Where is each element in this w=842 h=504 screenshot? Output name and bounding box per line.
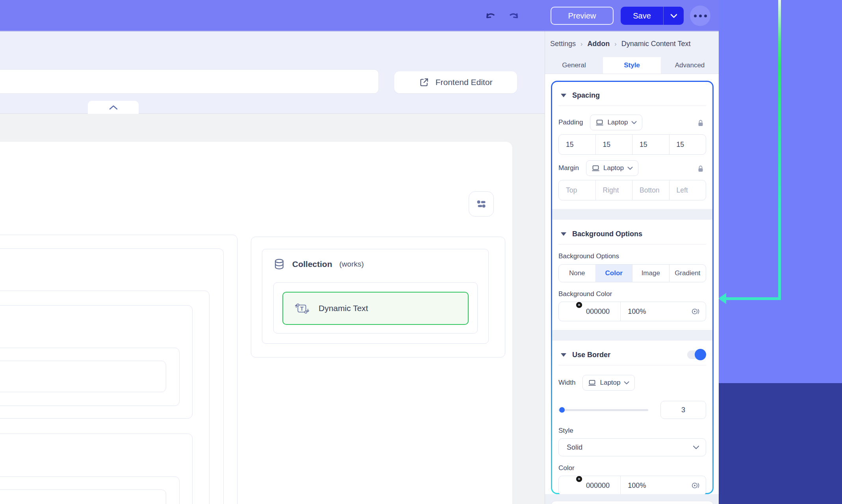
redo-icon[interactable] bbox=[507, 10, 520, 21]
collection-title: Collection bbox=[292, 259, 332, 269]
svg-text:T: T bbox=[300, 306, 304, 312]
breadcrumb-separator-icon: › bbox=[614, 41, 616, 48]
section-divider-strip bbox=[552, 330, 712, 341]
global-color-icon[interactable] bbox=[691, 481, 700, 490]
caret-down-icon bbox=[561, 353, 566, 357]
canvas-toolbar-strip: Frontend Editor bbox=[0, 31, 545, 114]
section-divider-strip bbox=[552, 209, 712, 220]
divider bbox=[558, 244, 706, 245]
divider bbox=[558, 106, 706, 106]
border-style-select[interactable]: Solid bbox=[558, 438, 706, 456]
border-style-value: Solid bbox=[567, 443, 582, 452]
database-icon bbox=[273, 258, 285, 271]
breadcrumb: Settings › Addon › Dynamic Content Text bbox=[545, 31, 719, 57]
lock-icon[interactable] bbox=[697, 119, 705, 128]
sidebar-bottom-strip bbox=[545, 494, 719, 504]
color-opacity-value: 100% bbox=[628, 482, 687, 490]
border-section-header[interactable]: Use Border bbox=[558, 347, 706, 360]
margin-right-input[interactable] bbox=[596, 180, 632, 200]
save-button-group: Save bbox=[621, 7, 684, 25]
padding-left-input[interactable] bbox=[670, 135, 706, 154]
canvas-title-input[interactable] bbox=[0, 69, 379, 94]
background-type-segmented: None Color Image Gradient bbox=[558, 264, 706, 282]
border-color-label: Color bbox=[558, 464, 706, 472]
laptop-icon bbox=[588, 379, 596, 386]
padding-inputs bbox=[558, 134, 706, 155]
global-color-icon[interactable] bbox=[691, 307, 700, 316]
widget-slot: T Dynamic Text bbox=[273, 282, 478, 334]
caret-down-icon bbox=[561, 94, 566, 97]
spacing-section-header[interactable]: Spacing bbox=[558, 87, 706, 101]
background-section-header[interactable]: Background Options bbox=[558, 226, 706, 239]
tab-style[interactable]: Style bbox=[603, 57, 661, 74]
editor-topbar: Preview Save bbox=[0, 0, 719, 31]
margin-label: Margin bbox=[558, 164, 579, 172]
dynamic-text-widget[interactable]: T Dynamic Text bbox=[282, 292, 469, 325]
clear-color-icon[interactable]: ✕ bbox=[576, 476, 582, 482]
margin-top-input[interactable] bbox=[559, 180, 595, 200]
padding-device-value: Laptop bbox=[607, 119, 628, 126]
slider-knob[interactable] bbox=[559, 407, 565, 413]
divider bbox=[558, 365, 706, 365]
collection-widget[interactable]: Collection (works) T bbox=[262, 249, 489, 344]
preview-button[interactable]: Preview bbox=[551, 7, 614, 25]
more-options-ellipsis-icon[interactable] bbox=[690, 6, 710, 26]
padding-top-input[interactable] bbox=[559, 135, 595, 154]
frontend-editor-label: Frontend Editor bbox=[436, 78, 493, 87]
padding-label: Padding bbox=[558, 119, 583, 126]
padding-device-select[interactable]: Laptop bbox=[590, 115, 642, 130]
margin-device-value: Laptop bbox=[603, 164, 624, 172]
border-section-title: Use Border bbox=[572, 351, 610, 359]
bg-option-color[interactable]: Color bbox=[596, 265, 633, 282]
color-opacity-value: 100% bbox=[628, 308, 687, 316]
background-navy-block bbox=[719, 383, 842, 504]
dynamic-text-icon: T bbox=[295, 301, 309, 315]
breadcrumb-addon[interactable]: Addon bbox=[587, 40, 610, 48]
wireframe-field bbox=[0, 361, 166, 392]
save-dropdown-chevron-icon[interactable] bbox=[663, 7, 684, 25]
highlight-connector-horizontal-line bbox=[726, 297, 781, 300]
tab-advanced[interactable]: Advanced bbox=[661, 57, 719, 74]
bg-option-image[interactable]: Image bbox=[632, 265, 670, 282]
bg-option-gradient[interactable]: Gradient bbox=[670, 265, 706, 282]
highlight-connector-arrowhead bbox=[718, 293, 726, 304]
breadcrumb-separator-icon: › bbox=[580, 41, 582, 48]
save-button[interactable]: Save bbox=[621, 7, 663, 25]
margin-device-select[interactable]: Laptop bbox=[586, 160, 638, 176]
border-width-slider[interactable] bbox=[558, 409, 648, 411]
background-color-label: Background Color bbox=[558, 290, 706, 298]
collection-header: Collection (works) bbox=[273, 258, 364, 271]
border-style-label: Style bbox=[558, 427, 706, 435]
settings-sidebar: Settings › Addon › Dynamic Content Text … bbox=[545, 31, 719, 504]
dynamic-text-label: Dynamic Text bbox=[319, 304, 368, 313]
padding-right-input[interactable] bbox=[596, 135, 632, 154]
element-settings-button[interactable] bbox=[469, 191, 494, 217]
border-device-value: Laptop bbox=[600, 379, 620, 387]
collapse-toolbar-tab[interactable] bbox=[88, 101, 139, 114]
laptop-icon bbox=[592, 165, 600, 172]
border-width-device-select[interactable]: Laptop bbox=[582, 375, 635, 391]
caret-down-icon bbox=[561, 232, 566, 236]
border-color-control: ✕ 000000 100% bbox=[558, 476, 706, 495]
undo-icon[interactable] bbox=[484, 10, 497, 21]
wireframe-field-2 bbox=[0, 489, 166, 504]
lock-icon[interactable] bbox=[697, 165, 705, 173]
breadcrumb-settings[interactable]: Settings bbox=[550, 40, 576, 48]
collection-container[interactable]: Collection (works) T bbox=[251, 237, 505, 358]
background-section-title: Background Options bbox=[572, 230, 642, 238]
frontend-editor-button[interactable]: Frontend Editor bbox=[394, 71, 517, 93]
margin-left-input[interactable] bbox=[670, 180, 706, 200]
highlight-connector-vertical-line bbox=[778, 0, 781, 300]
clear-color-icon[interactable]: ✕ bbox=[576, 302, 582, 308]
border-width-input[interactable] bbox=[660, 401, 706, 419]
bg-option-none[interactable]: None bbox=[559, 265, 596, 282]
external-link-icon bbox=[419, 77, 429, 87]
use-border-toggle[interactable] bbox=[687, 350, 705, 359]
margin-inputs bbox=[558, 180, 706, 200]
background-color-control: ✕ 000000 100% bbox=[558, 302, 706, 321]
padding-bottom-input[interactable] bbox=[632, 135, 669, 154]
margin-bottom-input[interactable] bbox=[632, 180, 669, 200]
chevron-up-icon bbox=[109, 105, 118, 110]
border-width-label: Width bbox=[558, 379, 575, 387]
tab-general[interactable]: General bbox=[545, 57, 603, 74]
